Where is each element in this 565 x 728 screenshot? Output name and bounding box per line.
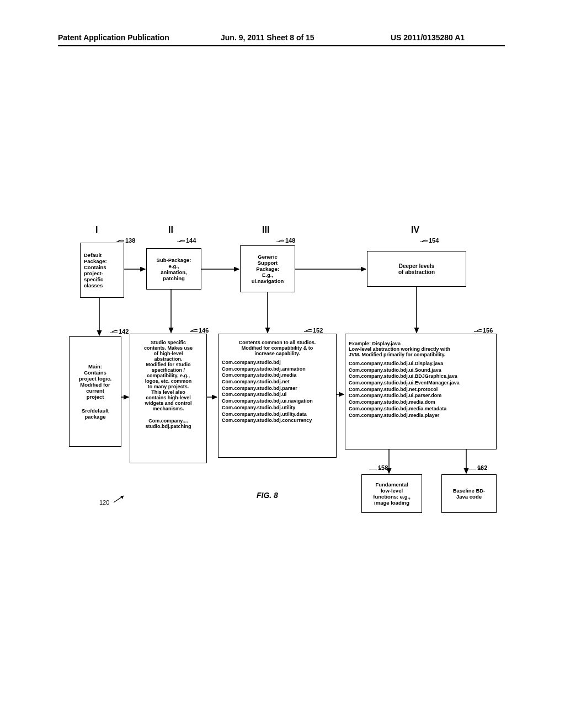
box-sub-package: Sub-Package: e.g., animation, patching bbox=[146, 248, 201, 290]
figure-diagram: I II III IV Default Package: Contains pr… bbox=[58, 221, 510, 529]
diagram-reference: 120 bbox=[99, 499, 109, 506]
box-default-package: Default Package: Contains project- speci… bbox=[80, 243, 124, 298]
box-156-list: Com.company.studio.bdj.ui.Display.java C… bbox=[349, 361, 460, 419]
box-baseline-bdj: Baseline BD- Java code bbox=[441, 474, 497, 513]
box-158-text: Fundamental low-level functions: e.g., i… bbox=[373, 481, 411, 506]
box-152-list: Com.company.studio.bdj Com.company.studi… bbox=[222, 360, 313, 424]
header-rule bbox=[58, 45, 505, 46]
box-156-top: Example: Display.java Low-level abstract… bbox=[349, 341, 450, 357]
callout-162: 162 bbox=[477, 464, 487, 471]
box-common-studios: Contents common to all studios. Modified… bbox=[218, 334, 337, 458]
box-fundamental: Fundamental low-level functions: e.g., i… bbox=[361, 474, 422, 513]
callout-142: 142 bbox=[119, 328, 129, 335]
page: Patent Application Publication Jun. 9, 2… bbox=[0, 0, 565, 728]
box-148-text: Generic Support Package: E.g., ui.naviga… bbox=[252, 254, 284, 284]
box-main: Main: Contains project logic. Modified f… bbox=[69, 336, 121, 447]
header-mid: Jun. 9, 2011 Sheet 8 of 15 bbox=[221, 33, 315, 42]
callout-144: 144 bbox=[186, 237, 196, 244]
callout-152: 152 bbox=[313, 327, 323, 334]
callout-138: 138 bbox=[125, 237, 135, 244]
box-studio-specific: Studio specific contents. Makes use of h… bbox=[130, 334, 207, 463]
callout-146: 146 bbox=[199, 327, 209, 334]
box-deeper-levels: Deeper levels of abstraction bbox=[367, 251, 466, 287]
callout-148: 148 bbox=[285, 237, 295, 244]
box-146-top: Studio specific contents. Makes use of h… bbox=[144, 340, 193, 411]
header-left: Patent Application Publication bbox=[58, 33, 169, 42]
box-154-text: Deeper levels of abstraction bbox=[398, 263, 435, 275]
box-152-top: Contents common to all studios. Modified… bbox=[239, 340, 316, 356]
box-144-text: Sub-Package: e.g., animation, patching bbox=[157, 257, 191, 281]
callout-158: 158 bbox=[378, 464, 388, 471]
figure-label: FIG. 8 bbox=[257, 491, 278, 500]
box-162-text: Baseline BD- Java code bbox=[453, 488, 486, 500]
callout-156: 156 bbox=[483, 327, 493, 334]
box-142-bot: Src/default package bbox=[82, 408, 109, 420]
callout-154: 154 bbox=[429, 237, 439, 244]
box-example-display: Example: Display.java Low-level abstract… bbox=[345, 334, 497, 449]
column-label-2: II bbox=[168, 225, 173, 235]
box-138-text: Default Package: Contains project- speci… bbox=[84, 252, 107, 288]
column-label-3: III bbox=[262, 225, 269, 235]
column-label-4: IV bbox=[411, 225, 419, 235]
box-146-bot: Com.company.... studio.bdj.patching bbox=[146, 418, 191, 429]
box-142-top: Main: Contains project logic. Modified f… bbox=[79, 363, 111, 400]
header-right: US 2011/0135280 A1 bbox=[391, 33, 465, 42]
column-label-1: I bbox=[95, 225, 98, 235]
diagram-ref-num: 120 bbox=[99, 499, 109, 506]
box-generic-support: Generic Support Package: E.g., ui.naviga… bbox=[240, 245, 295, 292]
